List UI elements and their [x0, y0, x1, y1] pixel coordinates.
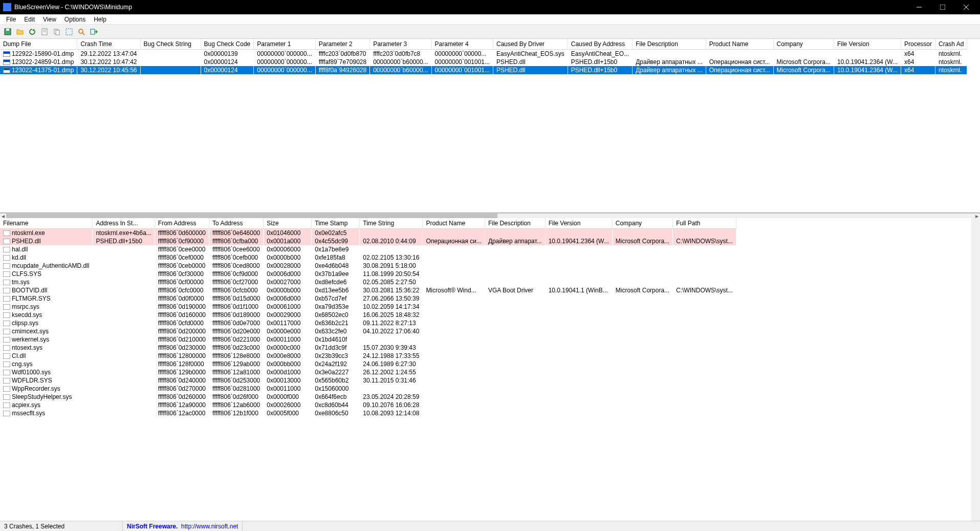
- column-header[interactable]: Time Stamp: [312, 218, 360, 229]
- column-header[interactable]: Parameter 3: [370, 39, 431, 50]
- exit-icon[interactable]: [88, 26, 99, 37]
- dumps-pane[interactable]: Dump FileCrash TimeBug Check StringBug C…: [0, 39, 980, 213]
- table-row[interactable]: Wdf01000.sysfffff806`129b0000fffff806`12…: [0, 368, 736, 376]
- menu-view[interactable]: View: [39, 15, 60, 24]
- table-cell: msrpc.sys: [0, 303, 93, 311]
- table-row[interactable]: msrpc.sysfffff806`0d190000fffff806`0d1f1…: [0, 303, 736, 311]
- table-row[interactable]: 122922-15890-01.dmp29.12.2022 13:47:040x…: [0, 50, 967, 58]
- table-row[interactable]: SleepStudyHelper.sysfffff806`0d260000fff…: [0, 393, 736, 401]
- table-row[interactable]: acpiex.sysfffff806`12a90000fffff806`12ab…: [0, 401, 736, 409]
- status-count: 3 Crashes, 1 Selected: [0, 521, 123, 531]
- column-header[interactable]: Parameter 2: [315, 39, 369, 50]
- column-header[interactable]: Full Path: [673, 218, 736, 229]
- column-header[interactable]: Parameter 4: [431, 39, 493, 50]
- column-header[interactable]: Caused By Driver: [493, 39, 568, 50]
- column-header[interactable]: Size: [264, 218, 312, 229]
- column-header[interactable]: Parameter 1: [254, 39, 315, 50]
- table-row[interactable]: ntoskrnl.exentoskrnl.exe+4b6a...fffff806…: [0, 229, 736, 238]
- drivers-table[interactable]: FilenameAddress In St...From AddressTo A…: [0, 218, 736, 417]
- bottom-vscrollbar[interactable]: [971, 218, 980, 521]
- table-cell: 26.12.2002 1:24:55: [360, 368, 423, 376]
- table-cell: [423, 335, 485, 344]
- table-row[interactable]: kd.dllfffff806`0cef0000fffff806`0cefb000…: [0, 253, 736, 262]
- maximize-button[interactable]: [931, 0, 954, 14]
- table-cell: PSHED.dll: [493, 66, 568, 74]
- table-row[interactable]: WppRecorder.sysfffff806`0d270000fffff806…: [0, 385, 736, 393]
- column-header[interactable]: Bug Check Code: [201, 39, 254, 50]
- file-icon: [3, 402, 10, 408]
- drivers-pane[interactable]: FilenameAddress In St...From AddressTo A…: [0, 218, 980, 521]
- column-header[interactable]: Caused By Address: [568, 39, 632, 50]
- table-cell: [834, 50, 901, 58]
- folder-icon[interactable]: [14, 26, 26, 37]
- table-row[interactable]: BOOTVID.dllfffff806`0cfc0000fffff806`0cf…: [0, 286, 736, 294]
- table-cell: ntoskrnl.: [935, 66, 967, 74]
- table-cell: [485, 335, 545, 344]
- table-cell: [633, 50, 706, 58]
- column-header[interactable]: File Version: [834, 39, 901, 50]
- column-header[interactable]: Company: [773, 39, 834, 50]
- column-header[interactable]: From Address: [155, 218, 209, 229]
- table-cell: fffff806`129b0000: [155, 368, 209, 376]
- table-cell: 0xd8efcde6: [312, 278, 360, 286]
- status-link[interactable]: http://www.nirsoft.net: [181, 523, 238, 530]
- top-hscrollbar[interactable]: ◂ ▸: [0, 213, 980, 218]
- column-header[interactable]: Processor: [901, 39, 935, 50]
- menu-file[interactable]: File: [2, 15, 20, 24]
- dumps-table[interactable]: Dump FileCrash TimeBug Check StringBug C…: [0, 39, 967, 74]
- column-header[interactable]: Product Name: [706, 39, 773, 50]
- menu-options[interactable]: Options: [60, 15, 90, 24]
- table-row[interactable]: werkernel.sysfffff806`0d210000fffff806`0…: [0, 335, 736, 344]
- column-header[interactable]: Address In St...: [93, 218, 155, 229]
- table-cell: 0x0000f000: [264, 393, 312, 401]
- column-header[interactable]: Bug Check String: [140, 39, 201, 50]
- column-header[interactable]: File Version: [545, 218, 612, 229]
- table-row[interactable]: tm.sysfffff806`0cf00000fffff806`0cf27000…: [0, 278, 736, 286]
- column-header[interactable]: File Description: [485, 218, 545, 229]
- table-row[interactable]: mcupdate_AuthenticAMD.dllfffff806`0ceb00…: [0, 262, 736, 270]
- table-cell: [545, 352, 612, 360]
- table-row[interactable]: cng.sysfffff806`128f0000fffff806`129ab00…: [0, 360, 736, 368]
- save-icon[interactable]: [2, 26, 13, 37]
- table-cell: 0x1bd4610f: [312, 335, 360, 344]
- table-row[interactable]: cmimcext.sysfffff806`0d200000fffff806`0d…: [0, 327, 736, 335]
- table-row[interactable]: CLFS.SYSfffff806`0cf30000fffff806`0cf9d0…: [0, 270, 736, 278]
- close-button[interactable]: [954, 0, 978, 14]
- table-row[interactable]: ksecdd.sysfffff806`0d160000fffff806`0d18…: [0, 311, 736, 319]
- table-row[interactable]: CI.dllfffff806`12800000fffff806`128e8000…: [0, 352, 736, 360]
- column-header[interactable]: Dump File: [0, 39, 77, 50]
- table-row[interactable]: WDFLDR.SYSfffff806`0d240000fffff806`0d25…: [0, 376, 736, 385]
- column-header[interactable]: Filename: [0, 218, 93, 229]
- menu-edit[interactable]: Edit: [20, 15, 39, 24]
- status-brand: NirSoft Freeware. http://www.nirsoft.net: [123, 521, 243, 531]
- table-cell: [485, 245, 545, 253]
- table-row[interactable]: PSHED.dllPSHED.dll+15b0fffff806`0cf90000…: [0, 237, 736, 245]
- column-header[interactable]: Crash Time: [77, 39, 140, 50]
- table-cell: BOOTVID.dll: [0, 286, 93, 294]
- menu-help[interactable]: Help: [90, 15, 111, 24]
- table-row[interactable]: FLTMGR.SYSfffff806`0d0f0000fffff806`0d15…: [0, 294, 736, 303]
- table-cell: [545, 327, 612, 335]
- column-header[interactable]: File Description: [633, 39, 706, 50]
- find-icon[interactable]: [76, 26, 87, 37]
- table-row[interactable]: hal.dllfffff806`0cee0000fffff806`0cee600…: [0, 245, 736, 253]
- column-header[interactable]: Time String: [360, 218, 423, 229]
- table-row[interactable]: clipsp.sysfffff806`0cfd0000fffff806`0d0e…: [0, 319, 736, 327]
- column-header[interactable]: Product Name: [423, 218, 485, 229]
- table-row[interactable]: 123022-24859-01.dmp30.12.2022 10:47:420x…: [0, 58, 967, 66]
- table-cell: fffff806`12a81000: [209, 368, 264, 376]
- table-cell: [545, 229, 612, 238]
- table-row[interactable]: mssecflt.sysfffff806`12ac0000fffff806`12…: [0, 409, 736, 417]
- table-row[interactable]: 123022-41375-01.dmp30.12.2022 10:45:560x…: [0, 66, 967, 74]
- properties-icon[interactable]: [39, 26, 50, 37]
- refresh-icon[interactable]: [27, 26, 38, 37]
- copy-icon[interactable]: [51, 26, 62, 37]
- column-header[interactable]: Crash Ad: [935, 39, 967, 50]
- column-header[interactable]: To Address: [209, 218, 264, 229]
- column-header[interactable]: Company: [612, 218, 672, 229]
- select-all-icon[interactable]: [63, 26, 75, 37]
- table-cell: [93, 262, 155, 270]
- table-cell: 00000000`b60000...: [370, 58, 431, 66]
- minimize-button[interactable]: [907, 0, 931, 14]
- table-row[interactable]: ntosext.sysfffff806`0d230000fffff806`0d2…: [0, 344, 736, 352]
